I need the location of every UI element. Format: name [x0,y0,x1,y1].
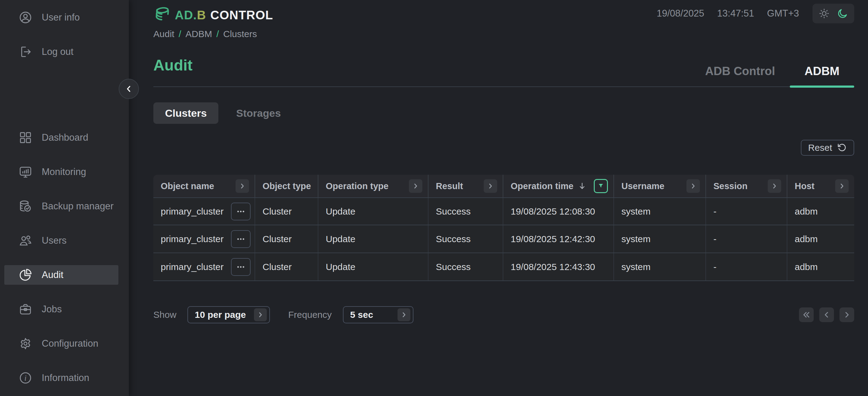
sidebar-item-label: Monitoring [42,166,86,177]
cell-object-name: primary_cluster [153,225,255,253]
page-size-select[interactable]: 10 per page [187,306,270,323]
tab-adbm[interactable]: ADBM [790,65,854,87]
page-title: Audit [153,56,193,87]
first-page-button[interactable] [799,307,814,322]
sidebar-item-jobs[interactable]: Jobs [0,299,129,319]
cell-result: Success [428,253,503,280]
breadcrumb-item-adbm[interactable]: ADBM [186,29,212,39]
show-label: Show [153,309,176,320]
chevron-right-icon [487,182,494,190]
sidebar-item-dashboard[interactable]: Dashboard [0,128,129,147]
row-actions-button[interactable] [231,203,251,220]
database-clock-icon [19,199,32,213]
cell-object-type: Cluster [255,225,318,253]
theme-toggle [812,4,854,23]
ellipsis-icon [236,207,245,216]
timezone-text: GMT+3 [767,8,799,19]
briefcase-icon [19,302,32,316]
cell-object-type: Cluster [255,253,318,280]
chevron-right-icon [238,182,246,190]
sidebar-item-audit[interactable]: Audit [4,265,118,285]
column-label: Object name [161,181,214,191]
table-row[interactable]: primary_cluster Cluster Update Success 1… [153,253,854,281]
cell-operation-time: 19/08/2025 12:08:30 [503,198,613,225]
sidebar-item-users[interactable]: Users [0,231,129,251]
column-label: Result [436,181,463,191]
column-header-operation-type: Operation type [318,175,428,197]
pie-chart-icon [19,268,32,282]
monitor-chart-icon [19,165,32,179]
row-actions-button[interactable] [231,230,251,248]
sidebar-item-configuration[interactable]: Configuration [0,334,129,353]
column-header-result: Result [428,175,503,197]
tab-clusters[interactable]: Clusters [153,102,218,124]
chevrons-left-icon [802,310,811,319]
sidebar-item-log-out[interactable]: Log out [0,42,129,62]
column-menu-button[interactable] [686,179,700,193]
cell-operation-type: Update [318,253,428,280]
cell-username: system [613,198,706,225]
moon-icon[interactable] [837,8,848,19]
next-page-button[interactable] [839,307,854,322]
cell-result: Success [428,225,503,253]
cell-object-type: Cluster [255,198,318,225]
cell-result: Success [428,198,503,225]
column-label: Host [795,181,814,191]
breadcrumb-item-clusters[interactable]: Clusters [223,29,257,39]
sidebar-item-monitoring[interactable]: Monitoring [0,162,129,182]
chevron-left-icon [822,310,831,319]
sort-desc-icon[interactable] [578,182,586,190]
pagination [799,307,854,322]
svg-text:i: i [25,374,27,382]
cell-operation-time: 19/08/2025 12:43:30 [503,253,613,280]
ellipsis-icon [236,262,245,271]
cell-object-name: primary_cluster [153,198,255,225]
row-actions-button[interactable] [231,258,251,276]
sidebar-item-label: Log out [42,46,73,57]
frequency-select[interactable]: 5 sec [343,306,413,323]
clock: 19/08/2025 13:47:51 GMT+3 [657,8,799,19]
sun-icon[interactable] [818,8,830,19]
funnel-icon [597,183,604,190]
app-logo: AD.BCONTROL [153,5,273,25]
table-row[interactable]: primary_cluster Cluster Update Success 1… [153,225,854,253]
sidebar-item-user-info[interactable]: User info [0,8,129,27]
gear-icon [19,336,32,351]
column-menu-button[interactable] [484,179,497,193]
cell-username: system [613,225,706,253]
cell-username: system [613,253,706,280]
column-label: Operation type [326,181,389,191]
frequency-label: Frequency [288,309,332,320]
table-body: primary_cluster Cluster Update Success 1… [153,197,854,281]
table-row[interactable]: primary_cluster Cluster Update Success 1… [153,197,854,225]
rotate-ccw-icon [837,143,847,153]
filter-button[interactable] [594,179,608,193]
sidebar-item-information[interactable]: i Information [0,368,129,388]
tab-adb-control[interactable]: ADB Control [690,65,790,87]
frequency-value: 5 sec [350,309,373,320]
reset-button[interactable]: Reset [801,140,854,156]
title-row: Audit ADB Control ADBM [153,48,854,87]
time-text: 13:47:51 [717,8,754,19]
tab-storages[interactable]: Storages [224,102,292,124]
column-label: Operation time [511,181,574,191]
breadcrumb-item-audit[interactable]: Audit [153,29,174,39]
previous-page-button[interactable] [819,307,834,322]
column-menu-button[interactable] [768,179,781,193]
reset-button-label: Reset [808,142,832,153]
logout-icon [19,45,32,59]
sidebar-item-label: User info [42,12,80,23]
sidebar-item-label: Information [42,372,89,384]
column-menu-button[interactable] [236,179,249,193]
logo-text: AD.BCONTROL [175,8,273,22]
sidebar-item-label: Configuration [42,338,98,349]
column-menu-button[interactable] [409,179,422,193]
breadcrumb-separator: / [179,29,181,39]
sidebar-item-backup-manager[interactable]: Backup manager [0,196,129,216]
column-menu-button[interactable] [835,179,849,193]
column-header-object-type: Object type [255,175,318,197]
main-content: AD.BCONTROL 19/08/2025 13:47:51 GMT+3 [129,0,868,396]
top-bar: AD.BCONTROL 19/08/2025 13:47:51 GMT+3 [153,0,854,28]
chevron-right-icon [689,182,697,190]
ellipsis-icon [236,234,245,244]
